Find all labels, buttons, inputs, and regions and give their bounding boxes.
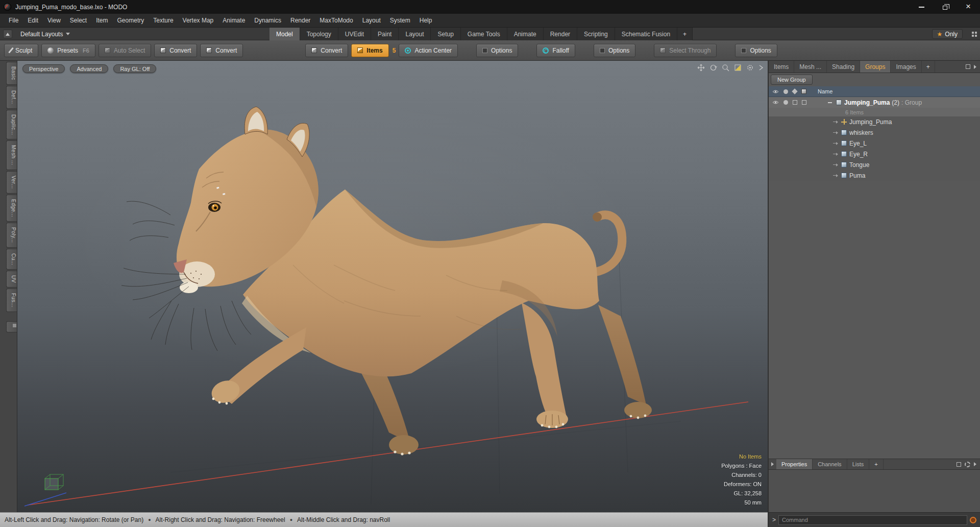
menu-dynamics[interactable]: Dynamics xyxy=(250,14,286,27)
add-layout-tab-button[interactable]: + xyxy=(677,28,693,40)
viewport-projection-button[interactable]: Perspective xyxy=(22,64,65,73)
panel-popout-icon[interactable] xyxy=(957,462,961,467)
3d-viewport[interactable]: Perspective Advanced Ray GL: Off xyxy=(17,61,768,512)
select-options-button[interactable]: Options xyxy=(735,44,777,57)
tab-topology[interactable]: Topology xyxy=(300,28,338,40)
command-history-icon[interactable] xyxy=(970,517,976,523)
orbit-tool-icon[interactable] xyxy=(709,64,717,71)
render-toggle-icon[interactable] xyxy=(783,89,788,94)
tab-lists[interactable]: Lists xyxy=(847,459,870,469)
tab-properties[interactable]: Properties xyxy=(776,459,813,469)
side-tab-deform[interactable]: Def... xyxy=(6,86,17,109)
side-tab-mesh[interactable]: Mesh ... xyxy=(6,140,17,170)
menu-select[interactable]: Select xyxy=(65,14,91,27)
panel-menu-arrow-icon[interactable] xyxy=(974,462,976,466)
menu-render[interactable]: Render xyxy=(286,14,315,27)
menu-layout[interactable]: Layout xyxy=(358,14,385,27)
lock-toggle-icon[interactable] xyxy=(792,88,797,94)
viewport-settings-gear-icon[interactable] xyxy=(746,64,754,71)
panel-gear-icon[interactable] xyxy=(965,462,970,467)
tab-items[interactable]: Items xyxy=(769,61,794,73)
close-button[interactable]: × xyxy=(957,0,980,14)
menu-system[interactable]: System xyxy=(385,14,415,27)
restore-button[interactable] xyxy=(933,0,957,14)
collapse-twisty-icon[interactable] xyxy=(828,102,832,103)
tab-paint[interactable]: Paint xyxy=(371,28,399,40)
group-row-jumping-puma[interactable]: Jumping_Puma (2) : Group xyxy=(769,97,980,108)
panel-collapse-arrow-icon[interactable] xyxy=(771,462,774,466)
side-tab-basic[interactable]: Basic xyxy=(6,62,17,85)
side-tab-edge[interactable]: Edge... xyxy=(6,195,17,222)
side-tab-vertex[interactable]: Ver... xyxy=(6,171,17,194)
menu-help[interactable]: Help xyxy=(415,14,437,27)
tab-channels[interactable]: Channels xyxy=(813,459,847,469)
new-group-button[interactable]: New Group xyxy=(771,75,813,85)
viewport-shading-button[interactable]: Advanced xyxy=(70,64,108,73)
falloff-options-button[interactable]: Options xyxy=(594,44,635,57)
render-toggle-icon[interactable] xyxy=(783,100,788,105)
menu-animate[interactable]: Animate xyxy=(218,14,250,27)
side-tab-curve[interactable]: Cu... xyxy=(6,249,17,270)
tab-shading[interactable]: Shading xyxy=(827,61,860,73)
only-filter-button[interactable]: ★ Only xyxy=(932,29,963,39)
minimize-button[interactable] xyxy=(910,0,933,14)
side-tab-uv[interactable]: UV xyxy=(6,271,17,288)
tab-mesh-ops[interactable]: Mesh ... xyxy=(794,61,827,73)
toggle-box-icon[interactable] xyxy=(802,100,806,105)
presets-button[interactable]: Presets F6 xyxy=(41,44,95,57)
action-center-options-button[interactable]: Options xyxy=(476,44,518,57)
side-tab-extra[interactable] xyxy=(6,321,17,332)
move-tool-icon[interactable] xyxy=(697,64,705,71)
tab-images[interactable]: Images xyxy=(891,61,921,73)
layout-home-button[interactable] xyxy=(3,30,12,38)
tree-item-whiskers[interactable]: whiskers xyxy=(769,127,980,138)
convert-button-1[interactable]: Convert xyxy=(154,44,197,57)
tab-animate[interactable]: Animate xyxy=(507,28,544,40)
tree-item-eye-l[interactable]: Eye_L xyxy=(769,138,980,149)
viewport-menu-arrow-icon[interactable] xyxy=(758,64,764,71)
side-tab-fusion[interactable]: Fus... xyxy=(6,289,17,312)
tree-item-eye-r[interactable]: Eye_R xyxy=(769,149,980,159)
menu-file[interactable]: File xyxy=(4,14,23,27)
tab-setup[interactable]: Setup xyxy=(431,28,460,40)
sculpt-button[interactable]: Sculpt xyxy=(4,44,38,57)
panel-menu-arrow-icon[interactable] xyxy=(974,65,976,69)
layout-switcher[interactable]: Default Layouts xyxy=(16,28,74,40)
action-center-button[interactable]: Action Center xyxy=(399,44,458,57)
panel-popout-icon[interactable] xyxy=(966,64,970,69)
tab-schematic-fusion[interactable]: Schematic Fusion xyxy=(615,28,677,40)
zoom-tool-icon[interactable] xyxy=(722,64,729,71)
tab-uvedit[interactable]: UVEdit xyxy=(338,28,371,40)
tree-item-jumping-puma[interactable]: Jumping_Puma xyxy=(769,116,980,127)
menu-vertex-map[interactable]: Vertex Map xyxy=(178,14,218,27)
add-panel-tab-button[interactable]: + xyxy=(869,459,883,469)
viewport-raygl-button[interactable]: Ray GL: Off xyxy=(113,64,156,73)
side-tab-duplicate[interactable]: Duplic... xyxy=(6,110,17,140)
add-panel-tab-button[interactable]: + xyxy=(922,61,935,73)
tab-model[interactable]: Model xyxy=(270,28,300,40)
convert-button-2[interactable]: Convert xyxy=(200,44,243,57)
tab-game-tools[interactable]: Game Tools xyxy=(461,28,507,40)
menu-edit[interactable]: Edit xyxy=(23,14,43,27)
tab-layout[interactable]: Layout xyxy=(399,28,431,40)
menu-view[interactable]: View xyxy=(43,14,65,27)
tab-scripting[interactable]: Scripting xyxy=(577,28,615,40)
tab-render[interactable]: Render xyxy=(544,28,577,40)
convert-button-3[interactable]: Convert xyxy=(305,44,348,57)
falloff-button[interactable]: Falloff xyxy=(536,44,575,57)
side-tab-polygon[interactable]: Poly... xyxy=(6,223,17,248)
menu-item[interactable]: Item xyxy=(91,14,112,27)
command-input[interactable] xyxy=(778,515,967,525)
grid-view-icon[interactable] xyxy=(972,32,974,34)
visibility-eye-icon[interactable] xyxy=(772,89,779,94)
menu-texture[interactable]: Texture xyxy=(149,14,178,27)
toggle-box-icon[interactable] xyxy=(793,100,797,105)
items-mode-button[interactable]: Items xyxy=(351,44,388,57)
tree-item-puma[interactable]: Puma xyxy=(769,170,980,181)
tree-item-tongue[interactable]: Tongue xyxy=(769,159,980,170)
menu-geometry[interactable]: Geometry xyxy=(113,14,149,27)
visibility-eye-icon[interactable] xyxy=(772,100,779,105)
tab-groups[interactable]: Groups xyxy=(860,61,891,73)
menu-maxtomodo[interactable]: MaxToModo xyxy=(315,14,357,27)
shading-toggle-icon[interactable] xyxy=(734,64,742,71)
